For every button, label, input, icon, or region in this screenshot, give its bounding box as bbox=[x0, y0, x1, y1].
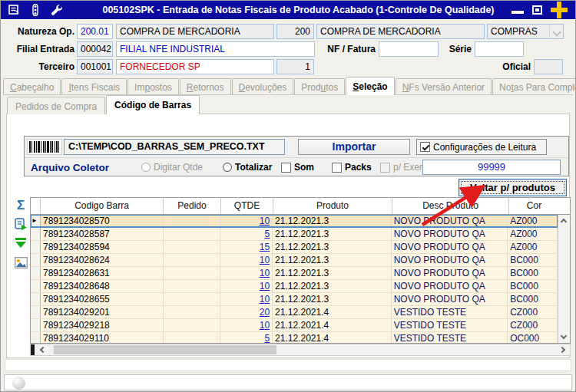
table-row[interactable]: 78912340286551021.12.2021.3NOVO PRODUTO … bbox=[31, 293, 558, 306]
export-list-icon[interactable] bbox=[14, 217, 28, 231]
subtab-pedidos-de-compra[interactable]: Pedidos de Compra bbox=[7, 97, 105, 114]
scroll-up-arrow[interactable] bbox=[558, 215, 570, 227]
vertical-scrollbar[interactable] bbox=[558, 215, 570, 343]
header-desc-produto[interactable]: Desc Produto bbox=[392, 198, 509, 214]
scroll-down-arrow[interactable] bbox=[558, 331, 570, 343]
config-leitura-label: Configurações de Leitura bbox=[433, 142, 536, 153]
table-row[interactable]: 78912340286481021.12.2021.3NOVO PRODUTO … bbox=[31, 280, 558, 293]
filial-code-field[interactable]: 000042 bbox=[77, 41, 113, 57]
importar-button[interactable]: Importar bbox=[298, 139, 410, 155]
terceiro-code-field[interactable]: 001001 bbox=[77, 59, 113, 74]
tab-retornos[interactable]: Retornos bbox=[180, 78, 231, 95]
config-leitura-checkbox[interactable] bbox=[420, 142, 430, 152]
barcode-file-path-field[interactable]: C:\TEMP\COD_BARRAS_SEM_PRECO.TXT bbox=[64, 139, 285, 155]
natureza-op-code2-field: 200 bbox=[276, 24, 314, 39]
exemplar-checkbox[interactable] bbox=[380, 163, 390, 173]
cell-codigo: 7891234028594 bbox=[41, 241, 164, 253]
tab-produtos[interactable]: Produtos bbox=[294, 78, 345, 95]
cell-pedido bbox=[164, 267, 221, 279]
config-leitura-group[interactable]: Configurações de Leitura bbox=[416, 139, 547, 155]
header-qtde[interactable]: QTDE bbox=[221, 198, 273, 214]
table-row[interactable]: 78912340286241021.12.2021.3NOVO PRODUTO … bbox=[31, 254, 558, 267]
table-row[interactable]: 78912340292181021.12.2021.4VESTIDO TESTE… bbox=[31, 319, 558, 332]
cell-pedido bbox=[164, 241, 221, 253]
traffic-light-icon[interactable] bbox=[28, 4, 41, 17]
header-pedido[interactable]: Pedido bbox=[164, 198, 221, 214]
packs-label: Packs bbox=[345, 162, 372, 173]
cell-produto: 21.12.2021.3 bbox=[273, 241, 392, 253]
voltar-produtos-button[interactable]: Voltar p/ produtos bbox=[458, 179, 567, 196]
sum-icon[interactable]: Σ bbox=[14, 198, 28, 212]
header-produto[interactable]: Produto bbox=[273, 198, 392, 214]
nf-fatura-field[interactable] bbox=[379, 41, 439, 57]
cell-codigo: 7891234029218 bbox=[41, 319, 164, 331]
tab-impostos[interactable]: Impostos bbox=[127, 78, 179, 95]
image-icon[interactable] bbox=[14, 255, 28, 269]
row-indicator bbox=[31, 319, 41, 331]
table-row[interactable]: 7891234028587521.12.2021.3NOVO PRODUTO Q… bbox=[31, 228, 558, 241]
packs-checkbox[interactable] bbox=[332, 163, 342, 173]
tab-notas-para-complemento[interactable]: Notas Para Complemento bbox=[492, 78, 576, 95]
minimize-button[interactable] bbox=[511, 11, 524, 14]
cell-pedido bbox=[164, 228, 221, 240]
subtab-codigo-de-barras[interactable]: Código de Barras bbox=[106, 95, 200, 114]
terceiro-seq-field: 1 bbox=[276, 59, 314, 74]
serie-label: Série bbox=[445, 42, 472, 56]
filial-desc-field[interactable]: FILIAL NFE INDUSTRIAL bbox=[116, 41, 315, 57]
cell-produto: 21.12.2021.4 bbox=[273, 319, 392, 331]
table-row[interactable]: 78912340286311021.12.2021.3NOVO PRODUTO … bbox=[31, 267, 558, 280]
cell-pedido bbox=[164, 306, 221, 318]
serie-field[interactable] bbox=[475, 41, 524, 57]
table-row[interactable]: ►78912340285701021.12.2021.3NOVO PRODUTO… bbox=[31, 215, 558, 228]
main-tab-bar: CabeçalhoItens FiscaisImpostosRetornosDe… bbox=[3, 77, 573, 95]
totalizar-radio[interactable] bbox=[223, 163, 232, 172]
table-row[interactable]: 78912340292012021.12.2021.4VESTIDO TESTE… bbox=[31, 306, 558, 319]
hscroll-thumb[interactable] bbox=[54, 345, 276, 354]
wrench-icon[interactable] bbox=[50, 4, 63, 17]
cell-desc: VESTIDO TESTE bbox=[392, 319, 508, 331]
tab-devolucoes[interactable]: Devoluções bbox=[232, 78, 294, 95]
quantity-field[interactable]: 99999 bbox=[422, 160, 561, 175]
scroll-right-arrow[interactable] bbox=[558, 344, 570, 355]
cell-pedido bbox=[164, 280, 221, 292]
tab-itens-fiscais[interactable]: Itens Fiscais bbox=[61, 78, 127, 95]
header-codigo-barra[interactable]: Codigo Barra bbox=[41, 198, 164, 214]
barcode-icon bbox=[27, 139, 62, 155]
header-cor[interactable]: Cor bbox=[509, 198, 559, 214]
row-indicator bbox=[31, 332, 41, 343]
header-indicator bbox=[31, 198, 41, 214]
cell-pedido bbox=[164, 332, 221, 343]
natureza-op-code-field[interactable]: 200.01 bbox=[77, 24, 113, 39]
download-icon[interactable] bbox=[14, 236, 28, 250]
som-checkbox[interactable] bbox=[281, 163, 291, 173]
terceiro-desc-field[interactable]: FORNECEDOR SP bbox=[116, 59, 274, 74]
cell-desc: VESTIDO TESTE bbox=[392, 306, 508, 318]
tab-nfs-versao-anterior[interactable]: NFs Versão Anterior bbox=[396, 78, 492, 95]
digitar-qtde-radio[interactable] bbox=[141, 163, 151, 172]
cell-qtde: 5 bbox=[220, 228, 273, 240]
barcode-panel: C:\TEMP\COD_BARRAS_SEM_PRECO.TXT Importa… bbox=[24, 136, 569, 176]
window-title: 005102SPK - Entrada de Notas Fiscais de … bbox=[85, 5, 511, 15]
natureza-op-desc-field: COMPRA DE MERCADORIA bbox=[116, 24, 274, 39]
row-indicator bbox=[31, 228, 41, 240]
horizontal-scrollbar[interactable] bbox=[30, 344, 571, 356]
tab-selecao[interactable]: Seleção bbox=[346, 77, 394, 95]
table-row[interactable]: 78912340285941521.12.2021.3NOVO PRODUTO … bbox=[31, 241, 558, 254]
scroll-left-arrow[interactable] bbox=[36, 344, 48, 355]
tipo-operacao-combo[interactable]: COMPRAS bbox=[487, 24, 564, 39]
cell-qtde: 10 bbox=[220, 267, 273, 279]
cell-codigo: 7891234029110 bbox=[41, 332, 164, 343]
cell-qtde: 20 bbox=[220, 306, 273, 318]
form-icon[interactable] bbox=[7, 4, 20, 17]
close-plus-button[interactable] bbox=[551, 2, 568, 18]
maximize-button[interactable] bbox=[532, 5, 542, 15]
oficial-field[interactable] bbox=[534, 59, 563, 74]
table-row[interactable]: 7891234029110521.12.2021.4VESTIDO TESTEO… bbox=[31, 332, 558, 343]
cell-codigo: 7891234028648 bbox=[41, 280, 164, 292]
cell-codigo: 7891234028655 bbox=[41, 293, 164, 305]
tab-cabecalho[interactable]: Cabeçalho bbox=[3, 78, 61, 95]
digitar-qtde-label: Digitar Qtde bbox=[154, 162, 203, 173]
cell-cor: OC000 bbox=[508, 332, 558, 343]
cell-codigo: 7891234028631 bbox=[41, 267, 164, 279]
cell-produto: 21.12.2021.3 bbox=[273, 280, 392, 292]
